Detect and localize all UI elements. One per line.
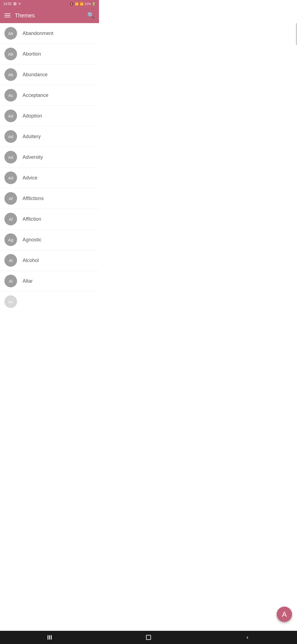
battery-text: 21% (85, 2, 91, 6)
avatar: Ad (4, 151, 17, 163)
avatar: Ab (4, 68, 17, 81)
avatar: Al (4, 275, 17, 287)
signal-icon: 📶 (80, 2, 84, 6)
theme-name: Affliction (23, 216, 41, 222)
list-item[interactable]: Ab Abundance (0, 64, 99, 85)
list-item[interactable]: Af Affliction (0, 209, 99, 230)
status-right: 🔇 📶 📶 21% 🔋 (70, 2, 96, 6)
settings-icon: ✳ (18, 2, 21, 6)
list-item[interactable]: Al Altar (0, 271, 99, 291)
theme-name: Abundance (23, 72, 48, 78)
list-item[interactable]: Ad Advice (0, 168, 99, 188)
theme-name: Advice (23, 175, 37, 181)
theme-name: Altar (23, 278, 33, 284)
theme-name: Adversity (23, 154, 43, 160)
avatar: Ag (4, 233, 17, 246)
time-display: 14:02 (3, 2, 12, 6)
status-bar: 14:02 🖼 ✳ 🔇 📶 📶 21% 🔋 (0, 0, 99, 8)
theme-name: Abortion (23, 51, 41, 57)
status-left: 14:02 🖼 ✳ (3, 2, 21, 6)
list-item[interactable]: Af Afflictions (0, 188, 99, 209)
avatar: Af (4, 192, 17, 205)
avatar: Ad (4, 130, 17, 143)
avatar: Ab (4, 27, 17, 40)
list-item[interactable]: Al Alcohol (0, 250, 99, 271)
search-button[interactable]: 🔍 (87, 12, 95, 19)
avatar: Ad (4, 171, 17, 184)
app-bar-left: Themes (4, 12, 35, 19)
theme-name: Agnostic (23, 237, 42, 243)
list-item[interactable]: Ad Adoption (0, 106, 99, 126)
avatar: Ab (4, 48, 17, 60)
theme-name: Adoption (23, 113, 42, 119)
avatar: Af (4, 213, 17, 225)
gallery-icon: 🖼 (13, 2, 16, 6)
list-item[interactable]: Ad Adversity (0, 147, 99, 168)
theme-name: Adultery (23, 134, 41, 140)
app-bar: Themes 🔍 (0, 8, 99, 23)
app-title: Themes (15, 12, 35, 19)
list-item[interactable]: Ab Abandonment (0, 23, 99, 44)
avatar: An (4, 295, 17, 308)
theme-name: Afflictions (23, 196, 44, 201)
menu-button[interactable] (4, 13, 10, 17)
avatar: Ac (4, 89, 17, 102)
list-item[interactable]: An (0, 291, 99, 312)
avatar: Al (4, 254, 17, 267)
mute-icon: 🔇 (70, 2, 74, 6)
list-item[interactable]: Ad Adultery (0, 126, 99, 147)
theme-name: Alcohol (23, 258, 39, 263)
list-item[interactable]: Ab Abortion (0, 44, 99, 64)
list-item[interactable]: Ac Acceptance (0, 85, 99, 106)
battery-icon: 🔋 (92, 2, 96, 6)
themes-list: Ab Abandonment Ab Abortion Ab Abundance … (0, 23, 99, 312)
theme-name: Abandonment (23, 31, 53, 36)
list-item[interactable]: Ag Agnostic (0, 230, 99, 250)
theme-name: Acceptance (23, 92, 48, 98)
avatar: Ad (4, 110, 17, 122)
wifi-icon: 📶 (75, 2, 79, 6)
